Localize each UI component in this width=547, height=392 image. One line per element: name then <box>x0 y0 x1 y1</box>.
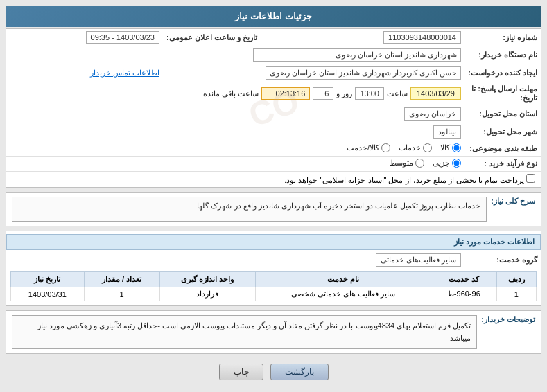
page-header: جزئیات اطلاعات نیاز <box>6 6 541 27</box>
service-table-body: 1 960-96-ط سایر فعالیت های خدماتی شخصی ق… <box>11 287 537 301</box>
row-deadline: مهلت ارسال پاسخ: تاتاریخ: 1403/03/29 ساع… <box>6 82 541 105</box>
value-creator: حسن اکبری کاربردار شهرداری شاندیز استان … <box>163 64 464 82</box>
service-table-header-row: ردیف کد خدمت نام خدمت واحد اندازه گیری ت… <box>11 272 537 287</box>
row-creator: ایجاد کننده درخواست: حسن اکبری کاربردار … <box>6 64 541 82</box>
purchase-note-text: پرداخت تمام یا بخشی از مبلغ خرید، از محل… <box>284 176 524 184</box>
col-date: تاریخ نیاز <box>11 272 85 287</box>
radio-kala[interactable]: کالا <box>440 143 461 152</box>
contact-info-link[interactable]: اطلاعات تماس خریدار <box>6 64 163 82</box>
cell-name: سایر فعالیت های خدماتی شخصی <box>255 287 431 301</box>
sarh-content: خدمات نظارت پروژ تکمیل علمیات دو استخر ذ… <box>12 197 487 222</box>
table-row: 1 960-96-ط سایر فعالیت های خدماتی شخصی ق… <box>11 287 537 301</box>
label-tabaqe: طبقه بندی موضوعی: <box>464 141 541 157</box>
value-shomara: 1103093148000014 <box>261 29 464 46</box>
value-tabaqe: کالا خدمات کالا/خدمت <box>6 141 464 157</box>
label-noe: نوع فرآیند خرید : <box>464 157 541 172</box>
noe-radio-group: جزیی متوسط <box>390 159 461 168</box>
cell-date: 1403/03/31 <box>11 287 85 301</box>
label-shahr: شهر محل تحویل: <box>464 123 541 141</box>
radio-khadamat[interactable]: خدمات <box>399 143 432 152</box>
service-table-head: ردیف کد خدمت نام خدمت واحد اندازه گیری ت… <box>11 272 537 287</box>
value-ostan: خراسان رضوی <box>261 105 464 123</box>
notes-content: تکمیل فرم استعلام بهای 4834پیوست با در ن… <box>12 315 477 349</box>
label-creator: ایجاد کننده درخواست: <box>464 64 541 82</box>
info-table: شماره نیاز: 1103093148000014 تاریخ و ساع… <box>6 29 541 187</box>
notes-row: توضیحات خریدار: تکمیل فرم استعلام بهای 4… <box>12 315 535 349</box>
notes-label: توضیحات خریدار: <box>481 315 535 324</box>
row-shomara: شماره نیاز: 1103093148000014 تاریخ و ساع… <box>6 29 541 46</box>
label-ostan: استان محل تحویل: <box>464 105 541 123</box>
sarh-row: سرح کلی نیاز: خدمات نظارت پروژ تکمیل علم… <box>12 197 535 222</box>
col-qty: تعداد / مقدار <box>84 272 159 287</box>
row-shahr: شهر محل تحویل: بینالود <box>6 123 541 141</box>
col-unit: واحد اندازه گیری <box>159 272 255 287</box>
value-deadline: 1403/03/29 ساعت 13:00 روز و 6 02:13:16 س… <box>6 82 464 105</box>
group-row: گروه خدمت: سایر فعالیت‌های خدماتی <box>6 251 541 269</box>
deadline-row: 1403/03/29 ساعت 13:00 روز و 6 02:13:16 س… <box>10 87 461 100</box>
footer-buttons: بازگشت چاپ <box>6 358 541 383</box>
service-section: اطلاعات خدمات مورد نیاز گروه خدمت: سایر … <box>6 231 541 306</box>
value-shahr: بینالود <box>261 123 464 141</box>
row-noe: نوع فرآیند خرید : جزیی متوسط <box>6 157 541 172</box>
sarh-section: سرح کلی نیاز: خدمات نظارت پروژ تکمیل علم… <box>6 192 541 226</box>
col-radif: ردیف <box>496 272 536 287</box>
sarh-label: سرح کلی نیاز: <box>491 197 535 206</box>
main-info-section: CO شماره نیاز: 1103093148000014 تاریخ و … <box>6 28 541 188</box>
row-purchase-note: پرداخت تمام یا بخشی از مبلغ خرید، از محل… <box>6 172 541 188</box>
print-button[interactable]: چاپ <box>219 364 263 380</box>
back-button[interactable]: بازگشت <box>270 364 329 380</box>
tabaqe-radio-group: کالا خدمات کالا/خدمت <box>347 143 461 152</box>
cell-unit: قرارداد <box>159 287 255 301</box>
row-tabaqe: طبقه بندی موضوعی: کالا خدمات <box>6 141 541 157</box>
service-section-header: اطلاعات خدمات مورد نیاز <box>6 234 541 250</box>
label-shomara: شماره نیاز: <box>464 29 541 46</box>
value-tarikh: 1403/03/23 - 09:35 <box>6 29 163 46</box>
page-title: جزئیات اطلاعات نیاز <box>235 11 311 21</box>
service-data-table: ردیف کد خدمت نام خدمت واحد اندازه گیری ت… <box>10 271 537 301</box>
group-value: سایر فعالیت‌های خدماتی <box>6 251 464 269</box>
purchase-note-checkbox[interactable] <box>526 174 535 183</box>
service-table-wrapper: ردیف کد خدمت نام خدمت واحد اندازه گیری ت… <box>6 271 541 305</box>
service-info-table: گروه خدمت: سایر فعالیت‌های خدماتی <box>6 251 541 269</box>
col-code: کد خدمت <box>431 272 497 287</box>
cell-qty: 1 <box>84 287 159 301</box>
value-naam: شهرداری شاندیز استان خراسان رضوی <box>6 46 464 64</box>
row-ostan: استان محل تحویل: خراسان رضوی <box>6 105 541 123</box>
col-name: نام خدمت <box>255 272 431 287</box>
label-naam: نام دستگاه خریدار: <box>464 46 541 64</box>
radio-kala-khadamat[interactable]: کالا/خدمت <box>347 143 390 152</box>
group-label: گروه خدمت: <box>464 251 541 269</box>
notes-section: توضیحات خریدار: تکمیل فرم استعلام بهای 4… <box>6 310 541 354</box>
radio-jozee[interactable]: جزیی <box>433 159 461 168</box>
label-tarikh: تاریخ و ساعت اعلان عمومی: <box>163 29 261 46</box>
radio-motawaset[interactable]: متوسط <box>390 159 424 168</box>
cell-code: 960-96-ط <box>431 287 497 301</box>
row-naam: نام دستگاه خریدار: شهرداری شاندیز استان … <box>6 46 541 64</box>
value-noe: جزیی متوسط <box>6 157 464 172</box>
cell-radif: 1 <box>496 287 536 301</box>
label-deadline: مهلت ارسال پاسخ: تاتاریخ: <box>464 82 541 105</box>
